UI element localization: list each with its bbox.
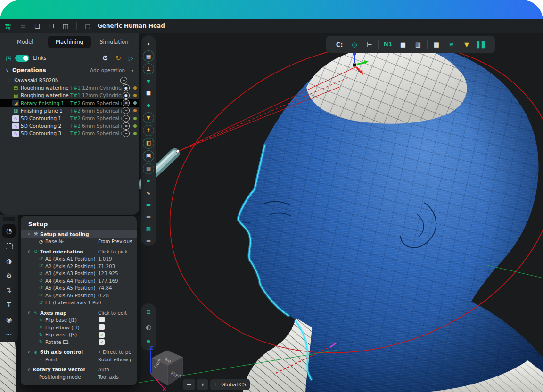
machine-visibility-icon[interactable]: ▤ xyxy=(143,50,154,62)
run-simulation-icon[interactable]: ▷ xyxy=(129,55,133,62)
checkbox-checked[interactable]: ✓ xyxy=(99,339,105,345)
axes-map-row[interactable]: ∨ ∿ Axes map Click to edit xyxy=(21,309,137,317)
cs-dropdown-button[interactable]: ∨ xyxy=(197,379,208,390)
tooling-icon[interactable]: ▥ xyxy=(411,41,426,48)
main-menu-icon[interactable]: ☰ xyxy=(16,23,30,30)
flip-row[interactable]: ↻ Flip elbow (J3) xyxy=(21,324,137,331)
probe-icon[interactable]: ◎ xyxy=(347,41,362,48)
holder-visibility-icon[interactable]: ◧ xyxy=(143,138,154,149)
row-value[interactable]: Click to pick xyxy=(98,249,132,254)
tab-model[interactable]: Model xyxy=(4,36,46,48)
operation-row[interactable]: ∿ 5D Contouring 1 T#2 6mm Spherical r ≡ xyxy=(0,114,139,122)
flip-row[interactable]: ↻ Flip wrist (J5) ✓ xyxy=(21,331,137,339)
more-options-icon[interactable]: ⋯ xyxy=(2,327,16,340)
axis-row[interactable]: ↺ A4 (Axis A4 Position) 177.169 xyxy=(21,277,137,285)
stock-visibility-icon[interactable]: ■ xyxy=(142,87,155,99)
approach-retract-icon[interactable]: ⇅ xyxy=(2,284,16,296)
chevron-down-icon[interactable]: ∨ xyxy=(27,249,33,253)
setup-tab-icon[interactable]: ◔ xyxy=(2,224,16,238)
tool-tip-visibility-icon[interactable]: ▼ xyxy=(143,112,154,123)
state-icon[interactable]: ● xyxy=(123,84,130,91)
row-value[interactable]: 0 xyxy=(98,300,132,305)
tab-machining[interactable]: Machining xyxy=(48,36,90,48)
operation-row[interactable]: ▨ Finishing plane 1 T#2 6mm Spherical r … xyxy=(0,107,139,114)
links-toggle[interactable] xyxy=(15,55,29,62)
save-project-icon[interactable]: ◫ xyxy=(58,23,73,30)
state-icon[interactable]: ≡ xyxy=(123,115,130,122)
axis-row[interactable]: ↺ A3 (Axis A3 Position) 123.925 xyxy=(21,270,137,278)
fit-view-icon[interactable]: ⊡ xyxy=(142,306,155,318)
fixture-visibility-icon[interactable]: ▣ xyxy=(143,150,154,162)
row-value[interactable]: 71.203 xyxy=(98,263,132,269)
statistics-icon[interactable]: ▌▋ xyxy=(474,41,489,48)
checkbox[interactable] xyxy=(99,324,105,330)
row-value[interactable]: 1.019 xyxy=(98,256,132,261)
surface-points-icon[interactable]: ▬ xyxy=(142,235,155,247)
operation-row[interactable]: ∿ 5D Contouring 2 T#2 6mm Spherical r ≡ xyxy=(0,122,139,130)
add-operation-button[interactable]: Add operation ▾ xyxy=(90,67,133,73)
state-icon[interactable]: ≡ xyxy=(123,99,130,106)
coordinate-system-icon[interactable]: C: xyxy=(332,41,347,48)
axis-row[interactable]: ↺ A2 (Axis A2 Position) 71.203 xyxy=(21,262,137,270)
toolpath-graph-icon[interactable]: ≋ xyxy=(444,41,459,48)
global-cs-button[interactable]: ⊥ Global CS xyxy=(210,379,250,390)
row-value[interactable]: Tool axis xyxy=(98,374,132,380)
operation-row[interactable]: ∿ 5D Contouring 3 T#2 6mm Spherical r ≡ xyxy=(0,130,139,137)
links-graph-icon[interactable]: ◳ xyxy=(6,55,11,62)
operation-row[interactable]: ▤ Roughing waterline 2 T#1 12mm Cylindri… xyxy=(0,91,139,99)
caliper-measure-icon[interactable]: ⊢ xyxy=(362,41,377,48)
axis-row[interactable]: ↺ A5 (Axis A5 Position) 74.84 xyxy=(21,285,137,292)
row-value[interactable]: 177.169 xyxy=(98,278,132,284)
parameters-gear-icon[interactable]: ⚙ xyxy=(2,269,16,282)
drill-visibility-icon[interactable]: ‡ xyxy=(143,125,154,136)
row-value[interactable] xyxy=(98,231,132,237)
row-value[interactable]: Direct to pc xyxy=(103,349,131,355)
checkbox[interactable] xyxy=(99,317,105,322)
positioning-mode-row[interactable]: Positioning mode Tool axis xyxy=(21,373,137,381)
operation-row-selected[interactable]: ◢ Rotary finishing 1 T#2 6mm Spherical r… xyxy=(0,99,139,107)
stock-icon[interactable]: ■ xyxy=(395,41,411,48)
tool-orientation-row[interactable]: ∨ ↺ Tool orientation Click to pick xyxy=(21,248,137,255)
point-row[interactable]: • Point Robot elbow p xyxy=(21,356,137,363)
recalculate-icon[interactable]: ↻ xyxy=(115,54,121,62)
add-cs-button[interactable]: + xyxy=(183,379,195,390)
state-icon[interactable]: ≡ xyxy=(120,77,127,84)
tab-simulation[interactable]: Simulation xyxy=(93,36,135,48)
state-icon[interactable]: ● xyxy=(123,92,130,99)
nc-program-icon[interactable]: N1 xyxy=(380,41,395,48)
rotation-control-icon[interactable]: ◉ xyxy=(2,313,16,326)
workpiece-selection-icon[interactable] xyxy=(2,240,16,253)
orbit-view-icon[interactable]: ◐ xyxy=(142,321,155,333)
axis-row[interactable]: ↺ A1 (Axis A1 Position) 1.019 xyxy=(21,255,137,263)
row-value[interactable]: 0.28 xyxy=(98,293,132,298)
tool-small-icon[interactable]: ▼ xyxy=(142,75,155,88)
mesh-visibility-icon[interactable]: ▦ xyxy=(142,223,155,235)
open-project-icon[interactable]: ❒ xyxy=(44,23,58,30)
rotary-table-vector-row[interactable]: ∨ Rotary table vector Auto xyxy=(21,366,137,374)
project-checkbox-icon[interactable]: ▢ xyxy=(81,23,95,30)
row-value[interactable]: 74.84 xyxy=(98,285,132,291)
axis-row[interactable]: ↺ E1 (External axis 1 Position) 0 xyxy=(21,299,137,307)
control-panel-icon[interactable]: ▦ xyxy=(429,41,444,48)
points-visibility-icon[interactable]: ● xyxy=(142,175,155,187)
orientation-icon[interactable]: ◑ xyxy=(2,254,16,267)
app-logo[interactable]: en cy xyxy=(0,23,16,30)
chevron-down-icon[interactable]: ∨ xyxy=(27,350,33,354)
flip-row[interactable]: ↻ Rotate E1 ✓ xyxy=(21,338,137,346)
new-file-icon[interactable]: ❑ xyxy=(30,23,44,30)
tool-setup-icon[interactable]: Ŧ xyxy=(2,298,16,311)
flip-row[interactable]: ↻ Flip base (J1) xyxy=(21,317,137,324)
row-value[interactable]: Robot elbow p xyxy=(98,357,132,362)
operation-row[interactable]: ▤ Roughing waterline 1 T#1 12mm Cylindri… xyxy=(0,84,139,91)
tool-assembly-visibility-icon[interactable]: ⊥ xyxy=(143,63,154,74)
machining-settings-icon[interactable]: ⚙ xyxy=(102,54,108,62)
machine-row[interactable]: ♘ Kawasaki-RS020N ≡ xyxy=(0,76,139,84)
row-value[interactable]: Auto xyxy=(98,367,132,372)
curves-visibility-icon[interactable]: ∿ xyxy=(142,187,155,199)
state-icon[interactable]: ≡ xyxy=(123,107,130,114)
surfaces-visibility-icon[interactable]: ▬ xyxy=(142,199,155,211)
state-icon[interactable]: ≡ xyxy=(123,122,130,130)
row-value[interactable]: 123.925 xyxy=(98,270,132,276)
collapse-toolbar-icon[interactable]: ▴ xyxy=(142,38,155,50)
base-row[interactable]: ◔ Base № From Previous xyxy=(21,238,137,245)
